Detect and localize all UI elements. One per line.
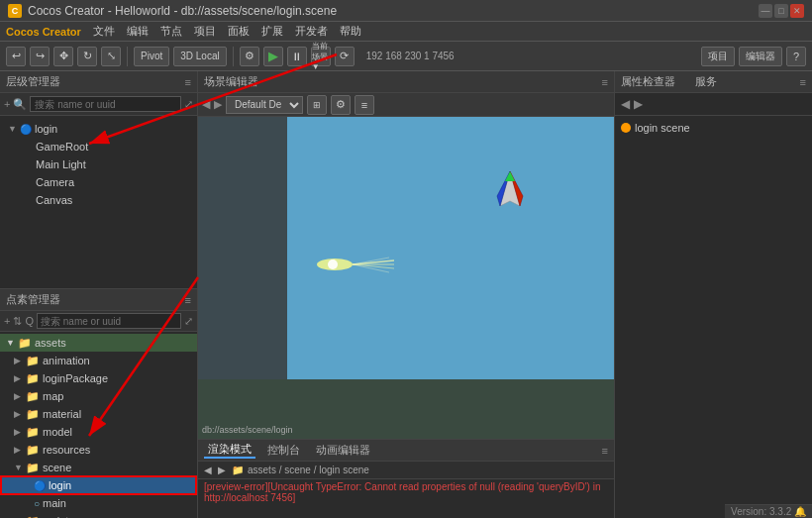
local-button[interactable]: 3D Local — [173, 47, 226, 66]
folder-icon: 📁 — [26, 426, 40, 439]
assets-menu-icon[interactable]: ≡ — [185, 294, 191, 306]
scene-back-icon[interactable]: ◀ — [202, 98, 210, 111]
settings-button[interactable]: ⚙ — [240, 47, 259, 66]
asset-assets[interactable]: ▼ 📁 assets — [0, 334, 197, 352]
toggle-icon[interactable]: ▶ — [14, 391, 26, 401]
asset-model[interactable]: ▶ 📁 model — [0, 423, 197, 441]
assets-add-icon[interactable]: + — [4, 315, 10, 327]
error-text: [preview-error][Uncaught TypeError: Cann… — [204, 481, 601, 503]
tree-node-mainlight[interactable]: Main Light — [0, 155, 197, 173]
folder-icon: 📁 — [26, 372, 40, 385]
assets-filter-icon[interactable]: Q — [25, 315, 34, 327]
project-button[interactable]: 项目 — [701, 47, 735, 66]
viewport-status: db://assets/scene/login — [202, 425, 293, 435]
scene-forward-icon[interactable]: ▶ — [214, 98, 222, 111]
play-button[interactable]: ▶ — [263, 47, 283, 66]
asset-scene-folder[interactable]: ▼ 📁 scene — [0, 459, 197, 476]
assets-sort-icon[interactable]: ⇅ — [13, 315, 22, 328]
toggle-icon[interactable]: ▶ — [14, 427, 26, 437]
menu-project[interactable]: 项目 — [194, 24, 216, 39]
asset-login[interactable]: 🔵 login — [0, 476, 197, 494]
console-tab-animation[interactable]: 动画编辑器 — [312, 443, 374, 458]
node-label: Canvas — [36, 194, 72, 206]
scale-tool[interactable]: ⤡ — [101, 47, 121, 66]
grid-options[interactable]: ⚙ — [331, 95, 351, 115]
console-menu-icon[interactable]: ≡ — [602, 445, 608, 457]
toggle-icon[interactable]: ▼ — [6, 338, 18, 348]
hierarchy-search-input[interactable] — [30, 96, 181, 112]
hierarchy-menu-icon[interactable]: ≡ — [185, 76, 191, 88]
pause-button[interactable]: ⏸ — [287, 47, 307, 66]
toggle-icon[interactable]: ▶ — [14, 409, 26, 419]
notification-icon[interactable]: 🔔 — [794, 506, 806, 517]
asset-main[interactable]: ○ main — [0, 494, 197, 512]
folder-icon: 📁 — [18, 337, 32, 350]
camera-options[interactable]: ⊞ — [307, 95, 327, 115]
refresh-button[interactable]: ⟳ — [335, 47, 355, 66]
asset-script[interactable]: ▶ 📁 script — [0, 512, 197, 518]
center-panel: 场景编辑器 ≡ ◀ ▶ Default De ⊞ ⚙ ≡ — [198, 71, 614, 518]
toggle-icon[interactable]: ▶ — [14, 445, 26, 455]
menu-extend[interactable]: 扩展 — [261, 24, 283, 39]
folder-icon: 📁 — [232, 465, 244, 475]
right-panel: 属性检查器 服务 ≡ ◀ ▶ login scene — [614, 71, 812, 518]
minimize-button[interactable]: — — [759, 4, 772, 18]
redo-button[interactable]: ↪ — [30, 47, 50, 66]
menu-edit[interactable]: 编辑 — [127, 24, 149, 39]
inspector-menu-icon[interactable]: ≡ — [800, 76, 806, 88]
app-icon: C — [8, 4, 22, 18]
lighting-options[interactable]: ≡ — [355, 95, 374, 115]
expand-icon[interactable]: ⤢ — [184, 98, 193, 111]
toggle-icon[interactable]: ▶ — [14, 373, 26, 383]
svg-marker-14 — [505, 171, 515, 181]
asset-material[interactable]: ▶ 📁 material — [0, 405, 197, 423]
console-tab-renderer[interactable]: 渲染模式 — [204, 442, 255, 459]
asset-animation[interactable]: ▶ 📁 animation — [0, 352, 197, 369]
pivot-button[interactable]: Pivot — [134, 47, 169, 66]
back-nav-icon[interactable]: ◀ — [204, 465, 212, 475]
move-tool[interactable]: ✥ — [53, 47, 73, 66]
tree-node-gameroot[interactable]: GameRoot — [0, 138, 197, 155]
nav-back-icon[interactable]: ◀ — [621, 97, 630, 111]
node-label: login — [35, 123, 57, 135]
close-button[interactable]: ✕ — [790, 4, 804, 18]
asset-loginpackage[interactable]: ▶ 📁 loginPackage — [0, 369, 197, 387]
asset-label: map — [43, 390, 63, 402]
scene-dot-icon — [621, 123, 631, 133]
menu-panel[interactable]: 面板 — [228, 24, 250, 39]
forward-nav-icon[interactable]: ▶ — [218, 465, 226, 475]
tree-node-canvas[interactable]: Canvas — [0, 191, 197, 209]
help-button[interactable]: ? — [786, 47, 806, 66]
scene-menu-icon[interactable]: ≡ — [602, 76, 608, 88]
nav-forward-icon[interactable]: ▶ — [634, 97, 643, 111]
assets-search-input[interactable] — [37, 313, 181, 329]
editor-button[interactable]: 编辑器 — [739, 47, 782, 66]
menu-help[interactable]: 帮助 — [340, 24, 361, 39]
asset-label: model — [43, 426, 72, 438]
assets-expand-icon[interactable]: ⤢ — [184, 315, 193, 328]
search-icon[interactable]: 🔍 — [13, 98, 27, 111]
menu-dev[interactable]: 开发者 — [295, 24, 328, 39]
inspector-title: 属性检查器 — [621, 74, 675, 89]
folder-icon: 📁 — [26, 515, 40, 519]
file-icon: 🔵 — [34, 480, 46, 491]
toggle-icon[interactable]: ▼ — [8, 124, 20, 134]
maximize-button[interactable]: □ — [774, 4, 788, 18]
console-tab-control[interactable]: 控制台 — [263, 443, 304, 458]
asset-resources[interactable]: ▶ 📁 resources — [0, 441, 197, 459]
render-mode-select[interactable]: Default De — [226, 96, 303, 114]
menu-node[interactable]: 节点 — [160, 24, 182, 39]
menu-file[interactable]: 文件 — [93, 24, 115, 39]
scene-viewport[interactable]: db://assets/scene/login — [198, 117, 614, 439]
toggle-icon[interactable]: ▼ — [14, 463, 26, 472]
tree-node-camera[interactable]: Camera — [0, 173, 197, 191]
toggle-icon[interactable]: ▶ — [14, 356, 26, 365]
rotate-tool[interactable]: ↻ — [77, 47, 97, 66]
undo-button[interactable]: ↩ — [6, 47, 26, 66]
step-button[interactable]: 当前场景 ▼ — [311, 47, 331, 66]
scene-info: login scene — [621, 122, 806, 134]
add-node-icon[interactable]: + — [4, 98, 10, 110]
asset-map[interactable]: ▶ 📁 map — [0, 387, 197, 405]
tree-node-login[interactable]: ▼ 🔵 login — [0, 120, 197, 138]
asset-label: assets — [35, 337, 66, 349]
